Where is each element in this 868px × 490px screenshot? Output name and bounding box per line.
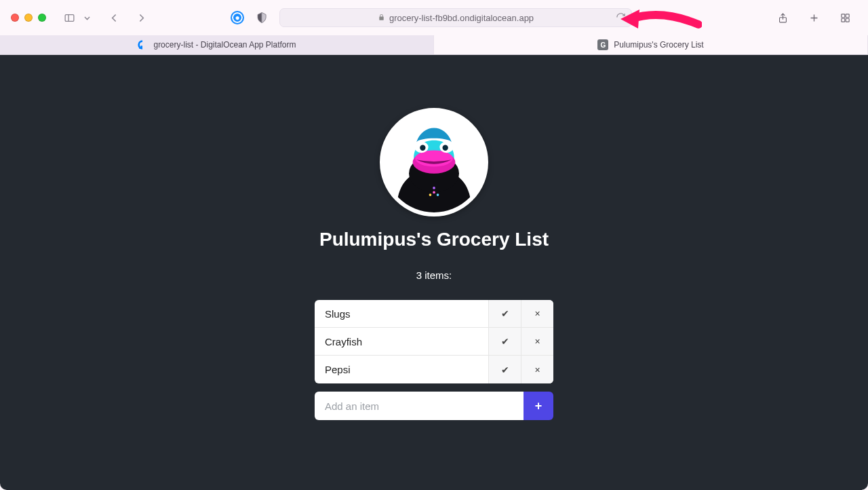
lock-icon (378, 13, 385, 23)
item-count-label: 3 items: (416, 269, 452, 281)
minimize-window-button[interactable] (24, 14, 33, 22)
add-item-button[interactable]: + (524, 392, 553, 420)
back-button[interactable] (104, 8, 123, 27)
tab-strip: grocery-list - DigitalOcean App Platform… (0, 35, 868, 55)
tab-overview-button[interactable] (835, 8, 854, 27)
sidebar-menu-chevron-icon[interactable] (77, 8, 96, 27)
svg-rect-8 (846, 18, 849, 22)
svg-rect-6 (846, 14, 849, 17)
check-button[interactable]: ✔ (488, 300, 521, 327)
item-name: Pepsi (315, 364, 488, 375)
list-item: Pepsi ✔ × (315, 356, 553, 383)
share-button[interactable] (773, 8, 792, 27)
onepassword-extension-icon[interactable]: ● (228, 8, 247, 27)
item-name: Slugs (315, 308, 488, 320)
delete-button[interactable]: × (521, 300, 553, 327)
add-item-row: + (315, 392, 553, 420)
tab-title: grocery-list - DigitalOcean App Platform (153, 40, 296, 50)
address-bar[interactable]: grocery-list-fb9bd.ondigitalocean.app (279, 8, 632, 27)
window-controls (11, 14, 46, 22)
tab-title: Pulumipus's Grocery List (614, 40, 703, 50)
delete-button[interactable]: × (521, 356, 553, 383)
svg-point-22 (437, 193, 439, 196)
grocery-favicon-icon: G (597, 39, 608, 50)
svg-point-20 (433, 191, 435, 194)
page-content: Pulumipus's Grocery List 3 items: Slugs … (0, 55, 868, 490)
url-text: grocery-list-fb9bd.ondigitalocean.app (389, 13, 534, 23)
item-name: Crayfish (315, 336, 488, 347)
sidebar-toggle-button[interactable] (60, 8, 79, 27)
check-button[interactable]: ✔ (488, 328, 521, 355)
reload-button[interactable] (616, 12, 626, 25)
svg-rect-10 (140, 48, 141, 49)
grocery-list: Slugs ✔ × Crayfish ✔ × Pepsi ✔ × (315, 300, 553, 383)
privacy-shield-icon[interactable] (252, 8, 271, 27)
svg-rect-9 (141, 45, 143, 48)
svg-rect-0 (65, 14, 74, 21)
avatar (380, 108, 488, 216)
digitalocean-favicon-icon (137, 39, 148, 50)
add-item-input[interactable] (315, 392, 524, 420)
list-item: Crayfish ✔ × (315, 328, 553, 356)
new-tab-button[interactable] (804, 8, 823, 27)
browser-toolbar: ● grocery-list-fb9bd.ondigitalocean.app (0, 0, 868, 35)
delete-button[interactable]: × (521, 328, 553, 355)
fullscreen-window-button[interactable] (38, 14, 46, 22)
forward-button[interactable] (132, 8, 151, 27)
list-item: Slugs ✔ × (315, 300, 553, 328)
svg-rect-5 (841, 14, 844, 17)
svg-rect-7 (841, 18, 844, 22)
tab-grocery-list[interactable]: G Pulumipus's Grocery List (434, 35, 868, 54)
check-button[interactable]: ✔ (488, 356, 521, 383)
svg-point-18 (420, 145, 425, 151)
page-title: Pulumipus's Grocery List (319, 229, 549, 250)
svg-point-19 (442, 145, 448, 151)
svg-point-21 (429, 193, 432, 196)
svg-point-23 (433, 187, 435, 189)
close-window-button[interactable] (11, 14, 19, 22)
tab-digitalocean[interactable]: grocery-list - DigitalOcean App Platform (0, 35, 434, 54)
